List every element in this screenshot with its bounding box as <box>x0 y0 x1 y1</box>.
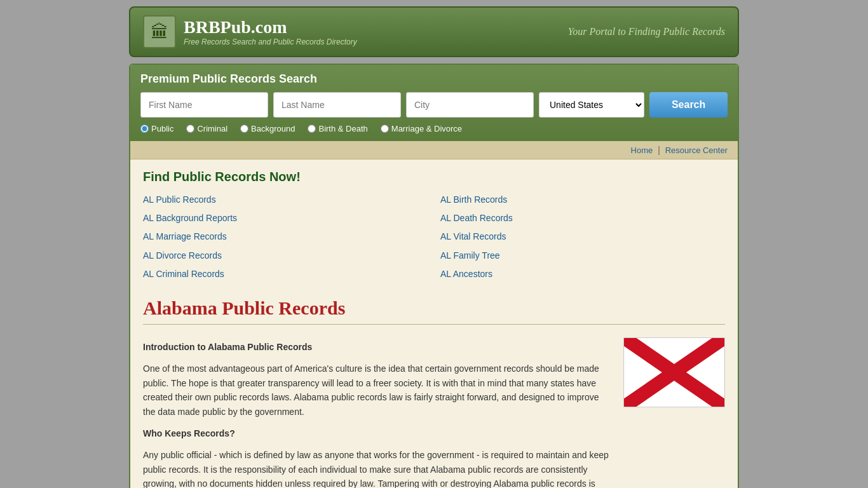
link-criminal-records[interactable]: AL Criminal Records <box>143 266 428 282</box>
home-link[interactable]: Home <box>631 146 653 155</box>
page-title: Alabama Public Records <box>143 297 725 325</box>
first-name-input[interactable] <box>140 92 268 118</box>
main-container: Premium Public Records Search United Sta… <box>129 64 739 488</box>
radio-background[interactable] <box>240 125 248 133</box>
option-marriage[interactable]: Marriage & Divorce <box>381 124 462 133</box>
link-death-records[interactable]: AL Death Records <box>440 210 725 226</box>
link-birth-records[interactable]: AL Birth Records <box>440 192 725 208</box>
who-keeps-heading: Who Keeps Records? <box>143 426 611 440</box>
radio-birth-death[interactable] <box>308 125 316 133</box>
search-options: Public Criminal Background Birth & Death… <box>140 124 728 133</box>
paragraph1: One of the most advantageous part of Ame… <box>143 362 611 419</box>
radio-public[interactable] <box>140 125 149 133</box>
breadcrumb-bar: Home | Resource Center <box>130 141 738 159</box>
option-criminal[interactable]: Criminal <box>186 124 227 133</box>
country-select[interactable]: United States Canada United Kingdom <box>539 92 644 118</box>
resource-center-link[interactable]: Resource Center <box>665 146 728 155</box>
find-records-heading: Find Public Records Now! <box>143 170 725 184</box>
link-vital-records[interactable]: AL Vital Records <box>440 229 725 245</box>
link-divorce-records[interactable]: AL Divorce Records <box>143 248 428 264</box>
search-button[interactable]: Search <box>649 92 728 118</box>
intro-heading: Introduction to Alabama Public Records <box>143 340 611 354</box>
building-icon: 🏛 <box>151 22 168 43</box>
link-marriage-records[interactable]: AL Marriage Records <box>143 229 428 245</box>
site-title: BRBPub.com <box>184 17 357 37</box>
logo-icon: 🏛 <box>143 15 176 48</box>
last-name-input[interactable] <box>273 92 401 118</box>
search-fields: United States Canada United Kingdom Sear… <box>140 92 728 118</box>
records-links-grid: AL Public Records AL Birth Records AL Ba… <box>143 192 725 282</box>
site-header: 🏛 BRBPub.com Free Records Search and Pub… <box>129 6 739 57</box>
option-public[interactable]: Public <box>140 124 173 133</box>
logo-area: 🏛 BRBPub.com Free Records Search and Pub… <box>143 15 357 48</box>
option-birth-death[interactable]: Birth & Death <box>308 124 367 133</box>
city-input[interactable] <box>406 92 534 118</box>
link-background-reports[interactable]: AL Background Reports <box>143 210 428 226</box>
text-content: Introduction to Alabama Public Records O… <box>143 335 611 488</box>
link-ancestors[interactable]: AL Ancestors <box>440 266 725 282</box>
link-public-records[interactable]: AL Public Records <box>143 192 428 208</box>
link-family-tree[interactable]: AL Family Tree <box>440 248 725 264</box>
header-tagline: Your Portal to Finding Public Records <box>568 26 725 37</box>
search-panel: Premium Public Records Search United Sta… <box>130 65 738 141</box>
content-area: Find Public Records Now! AL Public Recor… <box>130 159 738 488</box>
paragraph2: Any public official - which is defined b… <box>143 448 611 488</box>
radio-marriage[interactable] <box>381 125 389 133</box>
alabama-flag-image <box>623 337 725 407</box>
breadcrumb-separator: | <box>658 145 660 155</box>
content-body: Introduction to Alabama Public Records O… <box>143 335 725 488</box>
search-panel-title: Premium Public Records Search <box>140 72 728 86</box>
radio-criminal[interactable] <box>186 125 194 133</box>
flag-container <box>623 337 725 407</box>
logo-text: BRBPub.com Free Records Search and Publi… <box>184 17 357 46</box>
site-subtitle: Free Records Search and Public Records D… <box>184 37 357 46</box>
option-background[interactable]: Background <box>240 124 295 133</box>
